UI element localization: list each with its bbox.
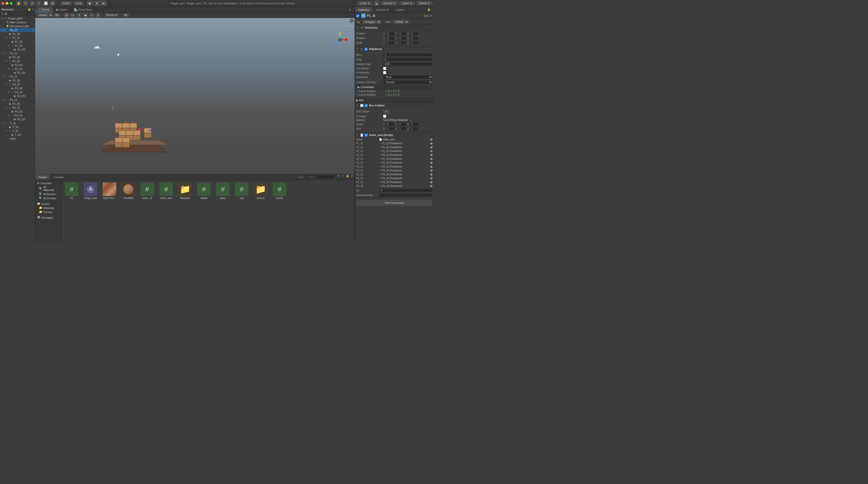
asset-item-materials-folder[interactable]: 📁 Materials [177,181,193,200]
hierarchy-item-f3j3[interactable]: ▼ ⬛ F3_J3 [0,90,35,94]
center-x-input[interactable] [386,122,394,126]
move-tool[interactable]: ✛ [23,1,28,6]
asset-item-middle[interactable]: # middle [195,181,212,200]
obj-name-field[interactable] [367,14,422,18]
sidebar-all-materials[interactable]: 🔍 All Materials [35,185,62,192]
scene-lighting-icon[interactable]: ☀ [76,12,82,18]
asset-item-thumb[interactable]: # thumb [271,181,288,200]
box-collider-help-btn[interactable]: ? [425,104,428,107]
hierarchy-item-f1s3[interactable]: ▣ F1_S3 [0,48,35,51]
tab-account[interactable]: Account ▼ [373,7,393,12]
asset-item-index-j2[interactable]: # index_J2 [139,181,156,200]
hierarchy-item-f2j1[interactable]: ▼ ⬛ F2_J1 [0,51,35,55]
f2j1-target-btn[interactable] [430,154,433,156]
account-button[interactable]: Account ▼ [381,1,398,5]
local-button[interactable]: Local [73,1,84,5]
add-component-button[interactable]: Add Component [357,200,432,206]
fx-icon[interactable]: FX [70,12,75,18]
angular-drag-input[interactable] [383,62,433,66]
hierarchy-item-f2j2[interactable]: ▼ ⬛ F2_J2 [0,59,35,63]
info-header[interactable]: ▶ Info [355,98,434,103]
transform-menu-btn[interactable]: ⋮ [429,26,433,29]
hierarchy-item-f1s1[interactable]: ▣ F1_S1 [0,32,35,36]
shading-dropdown[interactable]: Shaded [36,13,53,17]
rot-y-input[interactable] [398,36,406,40]
f4j3-target-btn[interactable] [430,185,433,187]
layout-button[interactable]: Default ▼ [416,1,433,5]
gizmos-button[interactable]: Gizmos ▼ [104,13,119,17]
index-script-enabled[interactable] [365,134,368,137]
tab-menu[interactable]: ≡ [346,7,354,12]
perspective-label[interactable]: ◁ Persp [343,24,352,27]
script-target-btn[interactable] [430,138,433,141]
maximize-btn[interactable] [10,2,12,5]
sidebar-favorites[interactable]: ★ Favorites [35,181,62,185]
f4j2-target-btn[interactable] [430,181,433,183]
index-script-menu-btn[interactable]: ⋮ [429,134,433,137]
rect-tool[interactable]: ⬜ [43,1,49,6]
hierarchy-item-f4s2[interactable]: ▣ F4_S2 [0,110,35,113]
f1j1-target-btn[interactable] [430,142,433,145]
collab-button[interactable]: Collab ▼ [357,1,372,5]
hierarchy-item-f2s1[interactable]: ▣ F2_S1 [0,55,35,59]
f2j2-target-btn[interactable] [430,158,433,160]
f2j3-target-btn[interactable] [430,162,433,164]
box-collider-header[interactable]: ▼ ⬜ Box Collider ? ⋮ [355,103,434,108]
pause-button[interactable]: ⏸ [94,1,100,6]
asset-item-ring[interactable]: # ring [233,181,250,200]
center-y-input[interactable] [398,122,406,126]
hierarchy-item-ts1[interactable]: ▣ T_S1 [0,125,35,129]
interpolate-select[interactable]: None [383,75,433,79]
transform-tool[interactable]: ⊞ [50,1,55,6]
hierarchy-item-f3s3[interactable]: ▣ F3_S3 [0,94,35,98]
scale-z-input[interactable] [410,41,418,45]
hierarchy-item-f2s3[interactable]: ▣ F2_S3 [0,71,35,75]
rot-z-input[interactable] [410,36,418,40]
scene-sky-icon[interactable]: ⛅ [83,12,88,18]
box-collider-enabled[interactable] [365,104,368,107]
hierarchy-item-f3j2[interactable]: ▼ ⬛ F3_J2 [0,82,35,86]
minimize-btn[interactable] [6,2,8,5]
rigidbody-help-btn[interactable]: ? [425,48,428,50]
cloud-icon[interactable]: ☁ [374,1,379,6]
edit-collider-btn[interactable]: ✏ [383,110,390,114]
use-gravity-checkbox[interactable] [383,67,386,70]
tab-scene[interactable]: ⬡ Scene [35,7,53,12]
f3j1-target-btn[interactable] [430,166,433,168]
hierarchy-item-tj1[interactable]: ▼ ⬛ T_J1 [0,121,35,125]
center-z-input[interactable] [410,122,418,126]
pos-z-input[interactable] [410,32,418,35]
project-lock-icon[interactable]: 🔒 [345,174,350,180]
hierarchy-item-f4j3[interactable]: ▼ ⬛ F4_J3 [0,113,35,117]
scene-viewport[interactable]: ✕ ◁ Persp ☁ ✦ ↑ [35,18,354,174]
rigidbody-enabled[interactable] [365,48,368,51]
hierarchy-item-palm[interactable]: ⬛ Palm [0,137,35,141]
index-script-help-btn[interactable]: ? [425,134,428,137]
tab-project[interactable]: Project [35,174,51,180]
f1j3-target-btn[interactable] [430,150,433,152]
layers-button[interactable]: Layers ▼ [399,1,415,5]
asset-item-hand-tex[interactable]: Hand Text... [101,181,118,200]
static-label[interactable]: Static ▼ [423,15,433,17]
audio-icon[interactable]: 🔊 [64,12,69,18]
tab-layers[interactable]: Layers [393,7,408,12]
f3j3-target-btn[interactable] [430,173,433,176]
size-x-input[interactable] [386,127,394,131]
sidebar-scenes[interactable]: 📁 Scenes [35,210,62,214]
rigidbody-header[interactable]: ▼ ⬡ Rigidbody ? ⋮ [355,46,434,52]
play-button[interactable]: ▶ [87,1,93,6]
hierarchy-item-f3j1[interactable]: ▼ ⬛ F3_J1 [0,75,35,79]
tab-console[interactable]: Console [51,174,67,180]
project-menu-btn[interactable]: ≡ [302,176,303,179]
rigidbody-menu-btn[interactable]: ⋮ [429,48,433,50]
size-z-input[interactable] [410,127,418,131]
sidebar-materials[interactable]: 📁 Materials [35,206,62,210]
project-add-btn[interactable]: + [298,175,300,179]
project-toolbar-icon[interactable]: ⊞ [336,174,341,180]
f1j2-target-btn[interactable] [430,146,433,148]
asset-item-f1[interactable]: # F1 [63,181,80,200]
scene-gizmo[interactable] [333,32,347,47]
drag-input[interactable] [383,58,433,61]
pos-y-input[interactable] [398,32,406,35]
f4j1-target-btn[interactable] [430,177,433,179]
